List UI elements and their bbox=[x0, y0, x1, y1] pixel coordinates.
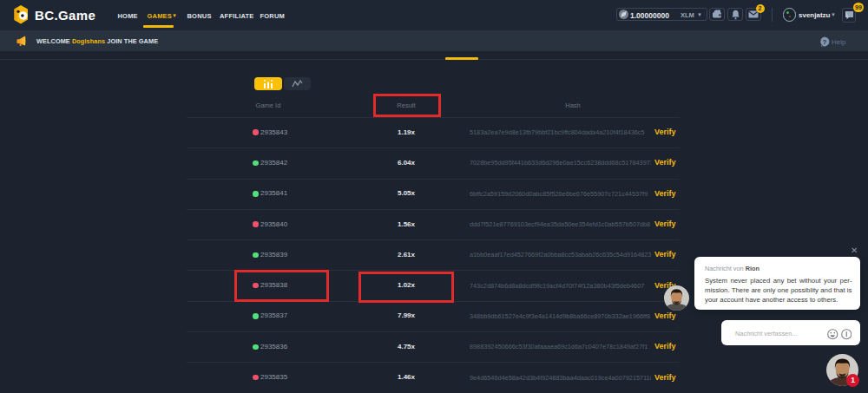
svg-text:?: ? bbox=[823, 38, 827, 46]
